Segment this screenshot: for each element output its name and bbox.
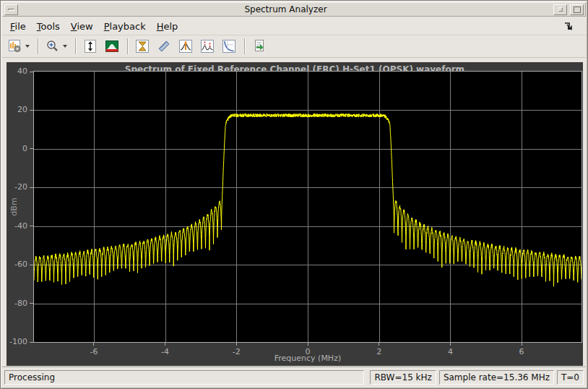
x-tick-label: 4 [436, 347, 464, 356]
spectrum-analyzer-window: Spectrum Analyzer File Tools View Playba… [0, 0, 588, 389]
y-tick-mark [30, 110, 33, 111]
menu-file[interactable]: File [9, 20, 27, 33]
x-tick-label: 0 [293, 347, 322, 356]
window-title: Spectrum Analyzer [20, 4, 552, 14]
y-tick-mark [30, 303, 33, 304]
x-tick-mark [308, 343, 308, 346]
y-tick-label: -100 [7, 337, 27, 346]
generate-script-button[interactable] [249, 37, 269, 56]
y-tick-label: -40 [7, 221, 27, 231]
y-tick-label: -20 [7, 182, 27, 192]
peak-finder-button[interactable] [176, 37, 196, 56]
y-tick-label: -80 [7, 299, 27, 308]
autoscale-y-axis-icon [83, 39, 98, 54]
window-menu-button[interactable] [4, 4, 18, 15]
y-tick-mark [30, 265, 33, 265]
x-tick-label: 2 [365, 347, 394, 356]
spectrum-settings-icon [8, 39, 22, 54]
menu-playback[interactable]: Playback [103, 20, 147, 33]
x-tick-label: -6 [79, 347, 108, 356]
y-tick-mark [30, 187, 33, 188]
cursor-measurements-icon [135, 39, 150, 54]
toolbar [2, 35, 586, 58]
x-tick-mark [93, 343, 94, 346]
window-menu-icon [8, 9, 14, 11]
toolbar-separator [38, 38, 39, 54]
minimize-icon [558, 7, 563, 12]
x-tick-label: 6 [507, 347, 536, 356]
x-tick-label: -2 [222, 347, 251, 356]
title-bar: Spectrum Analyzer [2, 2, 586, 17]
status-bar: Processing RBW=15 kHz Sample rate=15.36 … [2, 367, 586, 388]
y-tick-label: -60 [7, 260, 27, 269]
y-tick-label: 0 [7, 144, 27, 153]
status-sample-rate: Sample rate=15.36 MHz [439, 370, 554, 385]
cursor-measurements-button[interactable] [132, 37, 152, 56]
ccdf-measurements-icon [222, 39, 236, 54]
plot-frame [33, 71, 582, 343]
dock-button[interactable] [563, 22, 574, 32]
zoom-in-icon [46, 39, 60, 54]
status-time: T=0 [557, 370, 584, 385]
spectrum-display-button[interactable] [102, 37, 122, 56]
y-tick-label: 20 [7, 105, 27, 114]
distortion-measurements-icon [200, 39, 215, 54]
x-tick-mark [165, 343, 165, 346]
y-tick-mark [30, 342, 33, 343]
dropdown-caret-icon [63, 45, 67, 48]
zoom-in-button[interactable] [43, 37, 70, 56]
maximize-icon [574, 7, 581, 13]
x-tick-mark [236, 343, 237, 346]
toolbar-separator [244, 38, 246, 54]
y-tick-label: 40 [7, 67, 27, 76]
dropdown-caret-icon [25, 45, 30, 48]
x-tick-mark [379, 343, 379, 346]
chart-panel: Spectrum of Fixed Reference Channel (FRC… [7, 62, 583, 366]
x-tick-label: -4 [151, 347, 180, 356]
menu-view[interactable]: View [70, 20, 94, 33]
menu-bar: File Tools View Playback Help [2, 17, 586, 35]
menu-help[interactable]: Help [156, 20, 179, 33]
dock-arrow-icon [563, 22, 574, 30]
status-message: Processing [4, 370, 364, 385]
y-tick-mark [30, 148, 33, 149]
y-axis-label: dBm [9, 156, 20, 257]
status-rbw: RBW=15 kHz [370, 370, 436, 385]
autoscale-y-axis-button[interactable] [80, 37, 100, 56]
generate-script-icon [252, 39, 267, 54]
toolbar-separator [127, 38, 129, 54]
distortion-measurements-button[interactable] [197, 37, 217, 56]
ccdf-measurements-button[interactable] [219, 37, 239, 56]
peak-finder-icon [178, 39, 193, 54]
signal-measurements-icon [157, 39, 171, 54]
spectrum-settings-button[interactable] [5, 37, 33, 56]
spectrum-canvas[interactable] [34, 72, 581, 342]
signal-measurements-button[interactable] [154, 37, 174, 56]
minimize-button[interactable] [553, 4, 567, 15]
maximize-button[interactable] [570, 4, 584, 15]
x-tick-mark [450, 343, 451, 346]
menu-tools[interactable]: Tools [36, 20, 61, 33]
x-tick-mark [522, 343, 522, 346]
y-tick-mark [30, 72, 33, 72]
spectrum-display-icon [105, 39, 119, 54]
y-tick-mark [30, 226, 33, 226]
toolbar-separator [75, 38, 77, 54]
